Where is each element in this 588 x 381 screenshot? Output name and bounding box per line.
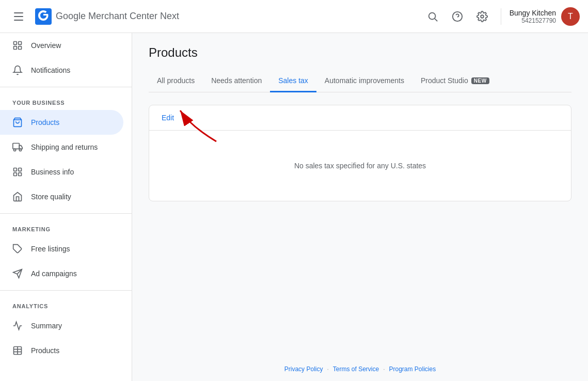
svg-line-2 <box>435 19 437 21</box>
store-icon <box>12 192 23 202</box>
main-content: Products All products Needs attention Sa… <box>132 33 588 381</box>
sidebar-item-store-quality[interactable]: Store quality <box>0 184 123 209</box>
sidebar-item-summary[interactable]: Summary <box>0 313 123 338</box>
svg-point-5 <box>481 15 484 18</box>
hamburger-menu-button[interactable] <box>8 6 29 27</box>
table-icon <box>12 345 23 356</box>
svg-point-1 <box>428 12 435 19</box>
truck-icon <box>12 142 23 152</box>
header-right: Bungy Kitchen 5421527790 T <box>422 6 580 27</box>
svg-rect-15 <box>19 168 22 171</box>
sidebar-item-free-listings[interactable]: Free listings <box>0 236 123 261</box>
tab-automatic-improvements-label: Automatic improvements <box>325 76 404 85</box>
sidebar-item-products[interactable]: Products <box>0 110 123 135</box>
sidebar-divider-marketing <box>0 213 132 214</box>
hamburger-icon <box>10 8 27 25</box>
svg-rect-11 <box>13 144 19 149</box>
svg-rect-6 <box>14 42 17 45</box>
card-body: No sales tax specified for any U.S. stat… <box>149 131 571 201</box>
gear-icon <box>476 11 488 22</box>
app-title: Google Merchant Center Next <box>56 11 179 22</box>
sidebar-item-label: Products <box>31 118 59 126</box>
help-button[interactable] <box>447 6 468 27</box>
user-id: 5421527790 <box>510 17 556 24</box>
sidebar-item-label: Notifications <box>31 66 70 74</box>
megaphone-icon <box>12 268 23 279</box>
footer-dot-2: · <box>383 366 385 373</box>
sidebar-item-overview[interactable]: Overview <box>0 33 123 58</box>
privacy-policy-link[interactable]: Privacy Policy <box>284 366 323 373</box>
sidebar-item-label: Business info <box>31 168 74 176</box>
tab-product-studio[interactable]: Product Studio NEW <box>412 70 498 92</box>
tab-automatic-improvements[interactable]: Automatic improvements <box>316 70 412 92</box>
content-area: Edit <box>149 92 571 214</box>
tag-icon <box>12 244 23 254</box>
user-name: Bungy Kitchen <box>510 9 556 17</box>
business-info-icon <box>12 167 23 177</box>
sales-tax-card: Edit <box>149 105 571 201</box>
sidebar-item-shipping[interactable]: Shipping and returns <box>0 135 123 160</box>
header-divider <box>501 8 501 25</box>
svg-rect-9 <box>19 46 22 50</box>
sidebar-item-label: Shipping and returns <box>31 143 98 151</box>
tab-product-studio-label: Product Studio <box>421 76 468 85</box>
sidebar-item-label: Products <box>31 346 59 355</box>
tab-needs-attention-label: Needs attention <box>211 76 262 85</box>
svg-point-12 <box>14 149 16 151</box>
sidebar-item-notifications[interactable]: Notifications <box>0 58 123 83</box>
new-badge: NEW <box>471 77 489 84</box>
settings-button[interactable] <box>472 6 492 27</box>
edit-link[interactable]: Edit <box>162 114 174 122</box>
svg-rect-17 <box>19 173 22 176</box>
app-header: Google Merchant Center Next B <box>0 0 588 33</box>
sidebar-divider <box>0 87 132 87</box>
svg-rect-8 <box>14 46 17 50</box>
tab-sales-tax[interactable]: Sales tax <box>270 70 316 92</box>
sidebar-divider-analytics <box>0 290 132 291</box>
grid-icon <box>12 40 23 51</box>
tabs-bar: All products Needs attention Sales tax A… <box>149 70 571 92</box>
sidebar: Overview Notifications YOUR BUSINESS <box>0 33 132 381</box>
products-icon <box>12 117 23 128</box>
google-logo-icon <box>35 8 52 25</box>
terms-of-service-link[interactable]: Terms of Service <box>333 366 379 373</box>
marketing-label: MARKETING <box>0 218 132 236</box>
main-inner: Products All products Needs attention Sa… <box>132 33 588 357</box>
svg-point-13 <box>19 149 21 151</box>
sidebar-item-label: Summary <box>31 322 62 330</box>
tab-all-products-label: All products <box>157 76 195 85</box>
svg-rect-16 <box>14 173 17 176</box>
program-policies-link[interactable]: Program Policies <box>389 366 436 373</box>
user-info: Bungy Kitchen 5421527790 T <box>510 7 580 26</box>
sidebar-item-ad-campaigns[interactable]: Ad campaigns <box>0 261 123 286</box>
sidebar-item-business-info[interactable]: Business info <box>0 160 123 184</box>
bell-icon <box>12 65 23 75</box>
footer-dot-1: · <box>327 366 328 373</box>
avatar[interactable]: T <box>561 7 580 26</box>
search-button[interactable] <box>422 6 443 27</box>
tab-all-products[interactable]: All products <box>149 70 203 92</box>
card-header: Edit <box>149 105 571 131</box>
sidebar-item-label: Overview <box>31 41 61 50</box>
header-left: Google Merchant Center Next <box>8 6 422 27</box>
footer: Privacy Policy · Terms of Service · Prog… <box>132 357 588 381</box>
search-icon <box>427 11 438 22</box>
user-text: Bungy Kitchen 5421527790 <box>510 9 556 24</box>
your-business-label: YOUR BUSINESS <box>0 91 132 110</box>
main-layout: Overview Notifications YOUR BUSINESS <box>0 33 588 381</box>
tab-sales-tax-label: Sales tax <box>278 76 308 85</box>
svg-rect-7 <box>19 42 22 45</box>
sidebar-item-label: Free listings <box>31 245 70 253</box>
tab-needs-attention[interactable]: Needs attention <box>203 70 270 92</box>
svg-rect-14 <box>14 168 17 171</box>
analytics-label: ANALYTICS <box>0 295 132 313</box>
sidebar-item-label: Ad campaigns <box>31 269 77 278</box>
sidebar-item-label: Store quality <box>31 193 71 201</box>
logo-container: Google Merchant Center Next <box>35 8 179 25</box>
page-title: Products <box>149 45 571 60</box>
empty-message: No sales tax specified for any U.S. stat… <box>162 162 559 170</box>
chart-icon <box>12 321 23 331</box>
help-icon <box>452 11 463 22</box>
sidebar-item-products-analytics[interactable]: Products <box>0 338 123 363</box>
